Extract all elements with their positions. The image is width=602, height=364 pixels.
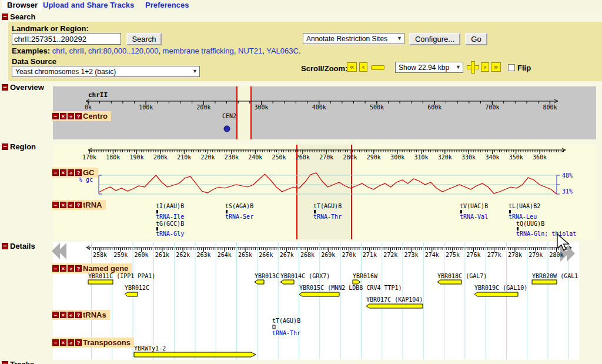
zoom-in-button[interactable] xyxy=(467,61,479,74)
tick-label: 277k xyxy=(487,252,501,258)
tick-label: 279k xyxy=(529,252,543,258)
track-title-label[interactable]: GC xyxy=(83,168,95,177)
zoom-level-select[interactable]: Show 22.94 kbp ▼ xyxy=(395,62,463,73)
track-help-icon[interactable]: ? xyxy=(75,339,82,346)
search-button[interactable]: Search xyxy=(126,33,162,45)
flip-checkbox[interactable] xyxy=(508,64,515,71)
tab-bar: Browser Upload and Share Tracks Preferen… xyxy=(0,0,602,10)
tick-label: 260k xyxy=(135,252,149,258)
track-share-icon[interactable]: » xyxy=(68,202,74,208)
tick-label: 360k xyxy=(533,154,547,161)
tab-upload-and-share-tracks[interactable]: Upload and Share Tracks xyxy=(43,0,134,9)
tick-label: 0k xyxy=(85,104,92,111)
example-link[interactable]: NUT21 xyxy=(238,46,262,55)
track-close-icon[interactable]: × xyxy=(60,265,66,272)
section-collapse-icon[interactable]: − xyxy=(2,243,8,249)
configure-button[interactable]: Configure... xyxy=(409,33,460,45)
gbrowse-app: Browser Upload and Share Tracks Preferen… xyxy=(0,0,602,364)
tick-label: 350k xyxy=(509,154,523,161)
track-close-icon[interactable]: × xyxy=(60,312,66,318)
gene-label[interactable]: YBR013C xyxy=(255,273,279,279)
tab-preferences[interactable]: Preferences xyxy=(145,0,189,9)
tick-label: 272k xyxy=(383,252,397,258)
scrollzoom-label: Scroll/Zoom: xyxy=(301,64,347,73)
landmark-input[interactable] xyxy=(12,33,121,45)
pan-right-button[interactable]: › xyxy=(481,62,489,72)
section-collapse-icon[interactable]: − xyxy=(2,361,8,364)
gene-label[interactable]: YBR014C (GRX7) xyxy=(280,273,330,279)
track-collapse-icon[interactable]: − xyxy=(52,113,59,119)
trna-feature-label[interactable]: tL(UAA)B2 xyxy=(509,203,540,209)
annotate-select-value: Annotate Restriction Sites xyxy=(306,35,387,43)
track-title-label[interactable]: Centro xyxy=(83,112,108,121)
examples-label: Examples: xyxy=(12,46,50,55)
tick-label: 800k xyxy=(543,104,557,111)
example-link[interactable]: YAL063C xyxy=(266,46,299,55)
track-title-label[interactable]: tRNAs xyxy=(83,310,106,319)
tick-label: 262k xyxy=(176,252,190,258)
tick-label: 600k xyxy=(427,104,442,111)
track-title-label[interactable]: tRNA xyxy=(83,201,102,209)
track-close-icon[interactable]: × xyxy=(60,113,66,119)
zoom-out-button[interactable] xyxy=(371,65,384,70)
gene-label[interactable]: YBR019C (GAL10) xyxy=(474,285,527,291)
example-link[interactable]: chrI:80,000..120,000 xyxy=(88,46,158,55)
track-close-icon[interactable]: × xyxy=(60,202,66,208)
gene-label[interactable]: YBR016W xyxy=(353,273,377,279)
track-collapse-icon[interactable]: − xyxy=(52,202,59,208)
track-share-icon[interactable]: » xyxy=(68,339,74,346)
track-help-icon[interactable]: ? xyxy=(75,169,82,176)
track-close-icon[interactable]: × xyxy=(60,339,66,346)
track-share-icon[interactable]: » xyxy=(68,113,74,119)
track-title-label[interactable]: Transposons xyxy=(83,338,131,347)
trna-feature-label[interactable]: tG(GCC)B xyxy=(156,221,184,227)
track-header-trnas: −×»?tRNAs xyxy=(52,310,110,320)
gene-label[interactable]: YBR015C (MNN2 LDB8 CRV4 TTP1) xyxy=(299,285,402,291)
track-close-icon[interactable]: × xyxy=(60,169,66,176)
gene-label[interactable]: YBR018C (GAL7) xyxy=(437,273,487,279)
track-collapse-icon[interactable]: − xyxy=(52,339,59,346)
trna-feature-label[interactable]: tQ(UUG)B xyxy=(516,221,544,227)
pan-left-button[interactable]: ‹ xyxy=(359,62,367,72)
track-header-centro: −×»?Centro xyxy=(52,111,111,121)
track-share-icon[interactable]: » xyxy=(68,312,74,318)
gene-label[interactable]: YBR012C xyxy=(125,285,149,291)
transposon-label[interactable]: YBRWTy1-2 xyxy=(134,345,166,352)
gene-label[interactable]: YBR011C (IPP1 PPA1) xyxy=(88,273,155,279)
gene-label[interactable]: YBR020W (GAL1 xyxy=(532,273,578,279)
gene-label[interactable]: YBR017C (KAP104) xyxy=(366,296,423,303)
track-share-icon[interactable]: » xyxy=(68,169,74,176)
tab-browser[interactable]: Browser xyxy=(2,0,42,11)
example-link[interactable]: membrane trafficking xyxy=(163,46,234,55)
zoom-level-value: Show 22.94 kbp xyxy=(399,64,449,72)
track-collapse-icon[interactable]: − xyxy=(52,265,59,272)
tick-label: 340k xyxy=(485,154,499,161)
section-collapse-icon[interactable]: − xyxy=(2,143,8,150)
track-help-icon[interactable]: ? xyxy=(75,265,82,272)
track-share-icon[interactable]: » xyxy=(68,265,74,272)
go-button[interactable]: Go xyxy=(465,33,487,45)
tick-label: 210k xyxy=(177,154,191,161)
track-help-icon[interactable]: ? xyxy=(75,202,82,208)
pan-far-right-button[interactable]: » xyxy=(491,62,501,72)
section-collapse-icon[interactable]: − xyxy=(2,84,8,91)
trna-feature-label[interactable]: tI(AAU)B xyxy=(156,203,184,209)
section-collapse-icon[interactable]: − xyxy=(2,14,8,20)
track-collapse-icon[interactable]: − xyxy=(52,312,59,318)
track-help-icon[interactable]: ? xyxy=(75,312,82,318)
example-link[interactable]: chrII xyxy=(69,46,84,55)
track-title-label[interactable]: Named gene xyxy=(83,264,128,273)
examples-line: Examples: chrI, chrII, chrI:80,000..120,… xyxy=(12,46,301,55)
trna-feature-label[interactable]: tT(AGU)B xyxy=(313,203,342,209)
example-link[interactable]: chrI xyxy=(52,46,65,55)
track-collapse-icon[interactable]: − xyxy=(52,169,59,176)
trna-feature-label[interactable]: tV(UAC)B xyxy=(460,203,488,209)
annotate-select[interactable]: Annotate Restriction Sites ▼ xyxy=(303,33,404,44)
tick-label: 266k xyxy=(259,252,273,258)
trna-feature-label[interactable]: tS(AGA)B xyxy=(225,203,253,209)
gc-min-label: 31% xyxy=(562,188,573,195)
track-help-icon[interactable]: ? xyxy=(75,113,82,119)
datasource-select[interactable]: Yeast chromosomes 1+2 (basic) ▼ xyxy=(12,66,200,77)
trna-feature-label[interactable]: tT(AGU)B xyxy=(272,318,300,324)
pan-far-left-button[interactable]: « xyxy=(347,62,357,72)
